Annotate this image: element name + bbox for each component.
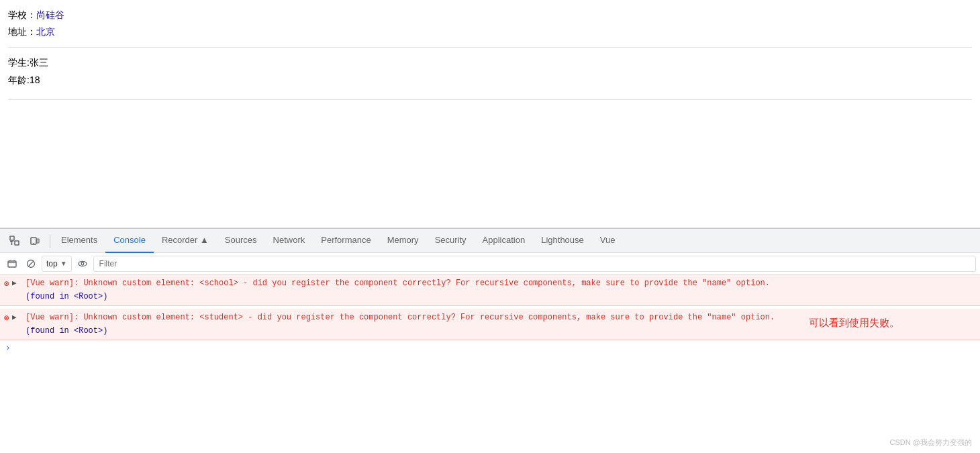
console-error-1: ⊗ ▶ [Vue warn]: Unknown custom element: … (0, 274, 980, 306)
age-value: 18 (30, 72, 40, 89)
block-console-button[interactable] (23, 256, 39, 272)
svg-line-12 (28, 261, 34, 266)
error-icon-2: ⊗ (4, 312, 9, 325)
svg-rect-0 (10, 236, 14, 240)
svg-rect-7 (8, 261, 16, 267)
school-line: 学校： 尚硅谷 (8, 7, 972, 23)
context-selector[interactable]: top ▼ (42, 256, 72, 272)
expand-arrow-1[interactable]: ▶ (12, 278, 17, 289)
tab-vue[interactable]: Vue (592, 229, 624, 253)
school-info: 学校： 尚硅谷 地址： 北京 (8, 7, 972, 40)
context-dropdown-arrow: ▼ (60, 260, 67, 267)
tab-elements[interactable]: Elements (53, 229, 105, 253)
tab-divider (50, 234, 50, 248)
annotation-text: 可以看到使用失败。 (809, 317, 899, 332)
devtools-icon-group (3, 233, 47, 249)
tab-performance[interactable]: Performance (313, 229, 379, 253)
filter-input[interactable] (93, 256, 976, 272)
student-value: 张三 (30, 54, 48, 71)
address-line: 地址： 北京 (8, 23, 972, 40)
devtools-tab-bar: Elements Console Recorder ▲ Sources Netw… (0, 229, 980, 253)
address-label: 地址： (8, 23, 36, 40)
age-label: 年龄: (8, 72, 30, 89)
page-content: 学校： 尚硅谷 地址： 北京 学生: 张三 年龄: 18 (0, 0, 980, 228)
console-output: ⊗ ▶ [Vue warn]: Unknown custom element: … (0, 274, 980, 453)
svg-point-13 (79, 261, 87, 266)
error-text-1: [Vue warn]: Unknown custom element: <sch… (16, 277, 975, 289)
svg-rect-5 (37, 239, 39, 243)
console-error-2: ⊗ ▶ [Vue warn]: Unknown custom element: … (0, 309, 980, 340)
tab-console[interactable]: Console (105, 229, 154, 253)
divider-2 (8, 99, 972, 100)
tab-recorder[interactable]: Recorder ▲ (154, 229, 217, 253)
console-prompt[interactable]: › (0, 340, 980, 356)
error-icon-1: ⊗ (4, 278, 9, 291)
error-found-1: (found in <Root>) (16, 291, 975, 303)
device-toggle-icon[interactable] (27, 233, 43, 249)
divider-1 (8, 47, 972, 48)
context-label: top (46, 259, 58, 268)
address-value: 北京 (36, 23, 55, 40)
eye-icon[interactable] (75, 256, 91, 272)
school-label: 学校： (8, 7, 36, 23)
svg-rect-3 (15, 241, 19, 245)
prompt-arrow-icon: › (5, 343, 11, 353)
devtools-panel: Elements Console Recorder ▲ Sources Netw… (0, 228, 980, 453)
student-line: 学生: 张三 (8, 54, 972, 71)
student-info: 学生: 张三 年龄: 18 (8, 54, 972, 88)
tab-application[interactable]: Application (475, 229, 534, 253)
student-label: 学生: (8, 54, 30, 71)
tab-memory[interactable]: Memory (379, 229, 427, 253)
tab-security[interactable]: Security (427, 229, 475, 253)
clear-console-button[interactable] (4, 256, 20, 272)
csdn-watermark: CSDN @我会努力变强的 (890, 438, 972, 448)
expand-arrow-2[interactable]: ▶ (12, 312, 17, 323)
tab-lighthouse[interactable]: Lighthouse (533, 229, 592, 253)
tab-network[interactable]: Network (265, 229, 313, 253)
svg-point-6 (33, 242, 34, 243)
inspect-icon[interactable] (7, 233, 23, 249)
age-line: 年龄: 18 (8, 72, 972, 89)
tab-sources[interactable]: Sources (217, 229, 265, 253)
school-value: 尚硅谷 (36, 7, 64, 23)
svg-point-14 (81, 262, 84, 265)
console-toolbar: top ▼ (0, 253, 980, 274)
